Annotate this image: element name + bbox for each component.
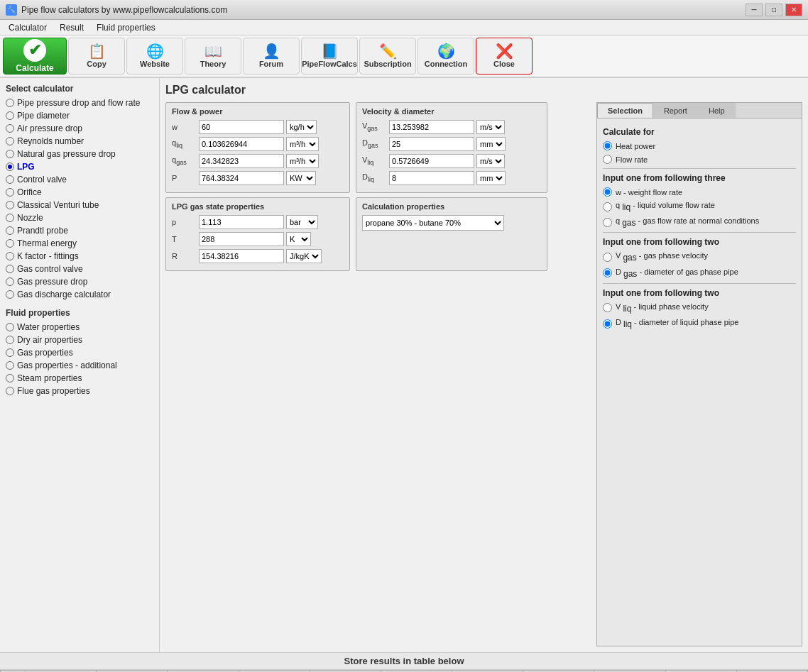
field-temp-input[interactable] [199, 232, 284, 246]
sel-vliq-velocity[interactable]: V liq - liquid phase velocity [603, 302, 796, 314]
sel-qgas-flow-rate[interactable]: q gas - gas flow rate at normal conditio… [603, 216, 796, 228]
sidebar-item-water[interactable]: Water properties [3, 321, 156, 334]
sidebar-item-air-pressure[interactable]: Air pressure drop [3, 122, 156, 135]
tab-bar: Selection Report Help [597, 103, 802, 119]
sel-vgas-velocity[interactable]: V gas - gas phase velocity [603, 251, 796, 263]
sidebar-item-dry-air[interactable]: Dry air properties [3, 334, 156, 346]
sidebar-item-gas-discharge[interactable]: Gas discharge calculator [3, 288, 156, 301]
field-dliq-input[interactable] [389, 171, 474, 185]
field-vliq-unit[interactable]: m/sft/s [476, 154, 505, 168]
menu-calculator[interactable]: Calculator [3, 21, 53, 34]
tab-selection[interactable]: Selection [597, 103, 653, 118]
sel-dgas-diameter[interactable]: D gas - diameter of gas phase pipe [603, 268, 796, 279]
radio-gas-props-add [6, 361, 14, 370]
radio-gas-control-valve [6, 265, 14, 273]
sidebar-item-gas-control-valve[interactable]: Gas control valve [3, 263, 156, 275]
subscription-button[interactable]: ✏️ Subscription [359, 38, 416, 75]
field-temp-unit[interactable]: K°C°F [286, 232, 311, 246]
sidebar-item-gas-pressure[interactable]: Gas pressure drop [3, 275, 156, 288]
field-dgas-unit[interactable]: mmincm [476, 137, 506, 151]
sidebar-item-gas-props[interactable]: Gas properties [3, 346, 156, 359]
bottom-area: Store results in table below qliq Vliq q… [0, 652, 808, 672]
connection-label: Connection [425, 60, 468, 68]
sidebar-item-reynolds[interactable]: Reynolds number [3, 135, 156, 148]
website-button[interactable]: 🌐 Website [126, 38, 183, 75]
menu-fluid-properties[interactable]: Fluid properties [91, 21, 161, 34]
field-p-input[interactable] [199, 171, 284, 185]
field-vgas-input[interactable] [389, 120, 474, 134]
sel-qliq-flow-rate[interactable]: q liq - liquid volume flow rate [603, 201, 796, 212]
field-p-unit[interactable]: KWWMW [286, 171, 316, 185]
theory-label: Theory [200, 60, 226, 68]
field-qliq-input[interactable] [199, 137, 284, 151]
minimize-button[interactable]: ─ [746, 4, 763, 16]
sidebar-item-thermal[interactable]: Thermal energy [3, 237, 156, 250]
sel-heat-power[interactable]: Heat power [603, 141, 796, 150]
calc-properties-select[interactable]: propane 30% - butane 70% propane 100% bu… [362, 215, 504, 231]
sel-w-flow-rate[interactable]: w - weight flow rate [603, 187, 796, 197]
sel-dgas-label: D gas - diameter of gas phase pipe [616, 268, 738, 279]
forum-label: Forum [259, 60, 283, 68]
sidebar-item-lpg[interactable]: LPG [3, 160, 156, 173]
calculate-button[interactable]: ✔ Calculate [3, 38, 67, 75]
calculate-label: Calculate [16, 63, 53, 73]
sidebar-item-nozzle[interactable]: Nozzle [3, 211, 156, 224]
store-results-title: Store results in table below [0, 653, 808, 670]
maximize-button[interactable]: □ [765, 4, 782, 16]
field-qliq-unit[interactable]: m³/hl/sl/min [286, 137, 319, 151]
sidebar-item-natural-gas[interactable]: Natural gas pressure drop [3, 148, 156, 160]
sidebar-item-control-valve[interactable]: Control valve [3, 173, 156, 186]
sidebar-item-pipe-pressure[interactable]: Pipe pressure drop and flow rate [3, 97, 156, 109]
sidebar-item-gas-props-add[interactable]: Gas properties - additional [3, 359, 156, 372]
field-r-unit[interactable]: J/kgK [286, 249, 322, 263]
left-panels: Flow & power w kg/hkg/st/h qliq [165, 102, 591, 646]
close-window-button[interactable]: ✕ [785, 4, 802, 16]
connection-icon: 🌍 [437, 44, 455, 58]
sidebar-item-prandtl[interactable]: Prandtl probe [3, 224, 156, 237]
radio-kfactor [6, 252, 14, 260]
sidebar-item-pipe-diameter[interactable]: Pipe diameter [3, 109, 156, 122]
calc-properties-title: Calculation properties [362, 202, 541, 211]
forum-button[interactable]: 👤 Forum [243, 38, 300, 75]
sel-w-label: w - weight flow rate [616, 188, 682, 197]
theory-button[interactable]: 📖 Theory [185, 38, 241, 75]
sidebar-item-venturi[interactable]: Classical Venturi tube [3, 199, 156, 211]
field-r-label: R [172, 252, 197, 260]
field-qgas-input[interactable] [199, 154, 284, 168]
copy-button[interactable]: 📋 Copy [68, 38, 125, 75]
sidebar-item-kfactor[interactable]: K factor - fittings [3, 250, 156, 263]
close-label: Close [493, 60, 515, 68]
field-w-unit[interactable]: kg/hkg/st/h [286, 120, 317, 134]
subscription-label: Subscription [364, 60, 411, 68]
field-pressure-input[interactable] [199, 215, 284, 229]
calculator-title: LPG calculator [165, 84, 802, 97]
field-vgas-unit[interactable]: m/sft/s [476, 120, 505, 134]
menu-result[interactable]: Result [54, 21, 89, 34]
close-icon: ❌ [496, 44, 513, 58]
connection-button[interactable]: 🌍 Connection [417, 38, 474, 75]
field-dgas-input[interactable] [389, 137, 474, 151]
field-dliq-unit[interactable]: mmincm [476, 171, 506, 185]
sel-dliq-label: D liq - diameter of liquid phase pipe [616, 318, 738, 329]
close-toolbar-button[interactable]: ❌ Close [476, 38, 533, 75]
radio-venturi [6, 201, 14, 209]
tab-help[interactable]: Help [698, 103, 736, 118]
window-controls: ─ □ ✕ [746, 4, 802, 16]
field-qgas-unit[interactable]: m³/hl/sl/min [286, 154, 319, 168]
field-w-input[interactable] [199, 120, 284, 134]
pipeflowcalcs-button[interactable]: 📘 PipeFlowCalcs [301, 38, 358, 75]
sel-dliq-diameter[interactable]: D liq - diameter of liquid phase pipe [603, 318, 796, 329]
website-icon: 🌐 [146, 44, 164, 58]
tab-report[interactable]: Report [653, 103, 698, 118]
sel-qliq-label: q liq - liquid volume flow rate [616, 201, 715, 212]
selection-content: Calculate for Heat power Flow rate Input… [597, 119, 802, 646]
field-r-input[interactable] [199, 249, 284, 263]
sidebar-item-steam[interactable]: Steam properties [3, 372, 156, 385]
sel-flow-rate[interactable]: Flow rate [603, 155, 796, 164]
field-pressure-unit[interactable]: barPakPaMPapsiatm [286, 215, 318, 229]
sidebar-item-orifice[interactable]: Orifice [3, 186, 156, 199]
field-vliq-input[interactable] [389, 154, 474, 168]
sidebar-item-flue-gas[interactable]: Flue gas properties [3, 385, 156, 397]
theory-icon: 📖 [204, 44, 222, 58]
radio-gas-discharge [6, 290, 14, 299]
